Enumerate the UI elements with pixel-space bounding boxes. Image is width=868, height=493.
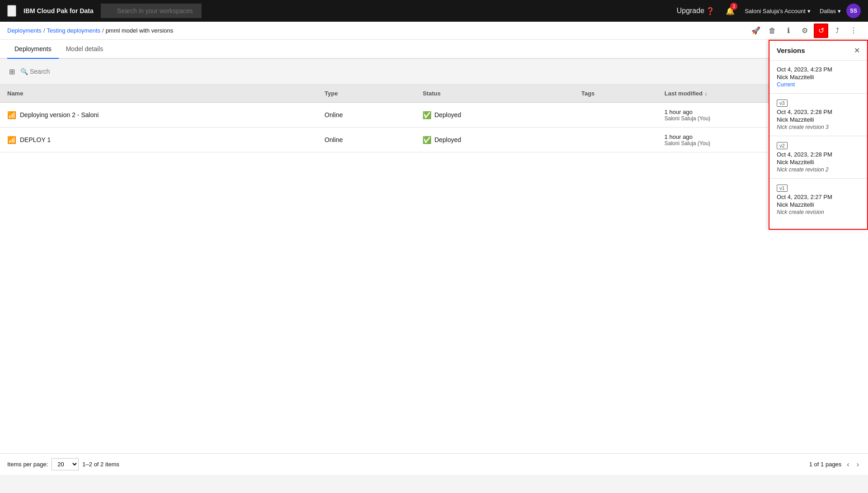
breadcrumb: Deployments / Testing deployments / pmml…	[7, 27, 749, 34]
col-header-tags: Tags	[574, 85, 657, 103]
row-status: ✅ Deployed	[415, 128, 574, 152]
share-icon-button[interactable]: ⤴	[830, 24, 845, 38]
row-name: 📶 Deploying version 2 - Saloni	[0, 103, 317, 128]
account-button[interactable]: Saloni Saluja's Account ▾	[741, 0, 814, 22]
breadcrumb-current: pmml model with versions	[106, 27, 174, 34]
tab-model-details[interactable]: Model details	[59, 40, 111, 59]
notification-badge: 3	[730, 3, 737, 10]
row-name: 📶 DEPLOY 1	[0, 128, 317, 152]
history-icon: ↺	[818, 26, 824, 35]
search-wrapper: 🔍	[101, 4, 354, 18]
pagination-right: 1 of 1 pages ‹ ›	[809, 459, 861, 470]
filter-button[interactable]: ⊞	[7, 66, 17, 78]
version-item-current[interactable]: Oct 4, 2023, 4:23 PM Nick Mazzitelli Cur…	[769, 61, 867, 94]
status-dot: ✅	[422, 136, 432, 144]
table-area: Name Type Status Tags Last modified	[0, 85, 868, 453]
items-per-page-select[interactable]: 20 50 100	[52, 458, 79, 470]
versions-panel: Versions ✕ Oct 4, 2023, 4:23 PM Nick Maz…	[769, 40, 868, 230]
info-icon: ℹ	[787, 26, 790, 35]
prev-page-button[interactable]: ‹	[845, 459, 851, 470]
breadcrumb-deployments[interactable]: Deployments	[7, 27, 42, 34]
version-item-v1[interactable]: v1 Oct 4, 2023, 2:27 PM Nick Mazzitelli …	[769, 179, 867, 221]
deploy-icon: 🚀	[751, 26, 760, 35]
col-header-name: Name	[0, 85, 317, 103]
top-nav-right: Upgrade ❓ 🔔 3 Saloni Saluja's Account ▾ …	[681, 0, 861, 22]
global-search-input[interactable]	[101, 4, 202, 18]
online-icon: 📶	[7, 111, 16, 119]
region-button[interactable]: Dallas ▾	[816, 0, 845, 22]
version-item-v3[interactable]: v3 Oct 4, 2023, 2:28 PM Nick Mazzitelli …	[769, 94, 867, 136]
help-icon-button[interactable]: ❓	[701, 0, 719, 22]
app-brand: IBM Cloud Pak for Data	[23, 7, 94, 14]
breadcrumb-sep: /	[43, 27, 45, 34]
row-type: Online	[317, 128, 415, 152]
items-per-page-label: Items per page:	[7, 461, 48, 468]
table-row: 📶 Deploying version 2 - Saloni Online ✅ …	[0, 103, 868, 128]
items-count: 1–2 of 2 items	[82, 461, 119, 468]
tabs-bar: Deployments Model details	[0, 40, 868, 59]
deploy-icon-button[interactable]: 🚀	[749, 24, 763, 38]
info-icon-button[interactable]: ℹ	[781, 24, 796, 38]
online-icon: 📶	[7, 136, 16, 144]
page-info: 1 of 1 pages	[809, 461, 842, 468]
filter-icon: ⊞	[9, 68, 15, 76]
chevron-down-icon: ▾	[838, 8, 841, 14]
share-icon: ⤴	[835, 27, 839, 35]
status-dot: ✅	[422, 111, 432, 119]
search-icon: 🔍	[20, 68, 28, 75]
versions-icon-button[interactable]: ↺	[814, 24, 828, 38]
page-toolbar: 🚀 🗑 ℹ ⚙ ↺ ⤴ ⋮	[749, 24, 861, 38]
trash-icon: 🗑	[769, 27, 776, 35]
notifications-button[interactable]: 🔔 3	[721, 0, 739, 22]
more-icon-button[interactable]: ⋮	[846, 24, 861, 38]
search-wrapper: 🔍	[20, 68, 84, 75]
chevron-down-icon: ▾	[807, 8, 811, 14]
versions-title: Versions	[777, 47, 805, 54]
pagination-bar: Items per page: 20 50 100 1–2 of 2 items…	[0, 453, 868, 475]
versions-close-button[interactable]: ✕	[854, 46, 860, 55]
versions-header: Versions ✕	[769, 41, 867, 61]
next-page-button[interactable]: ›	[855, 459, 861, 470]
top-navigation: ☰ IBM Cloud Pak for Data 🔍 Upgrade ❓ 🔔 3…	[0, 0, 868, 22]
row-type: Online	[317, 103, 415, 128]
settings-icon: ⚙	[802, 26, 808, 35]
table-toolbar: ⊞ 🔍 ↻ New deployment ➤	[0, 59, 868, 85]
table-row: 📶 DEPLOY 1 Online ✅ Deployed 1 hour ago	[0, 128, 868, 152]
toolbar-left: ⊞ 🔍	[7, 66, 770, 78]
delete-icon-button[interactable]: 🗑	[765, 24, 779, 38]
pagination-left: Items per page: 20 50 100 1–2 of 2 items	[7, 458, 119, 470]
hamburger-menu[interactable]: ☰	[7, 5, 16, 17]
settings-icon-button[interactable]: ⚙	[798, 24, 812, 38]
main-content: ⊞ 🔍 ↻ New deployment ➤ Name Ty	[0, 59, 868, 453]
row-status: ✅ Deployed	[415, 103, 574, 128]
more-icon: ⋮	[850, 26, 857, 35]
help-icon: ❓	[706, 7, 715, 15]
tab-deployments[interactable]: Deployments	[7, 40, 59, 59]
version-item-v2[interactable]: v2 Oct 4, 2023, 2:28 PM Nick Mazzitelli …	[769, 136, 867, 179]
avatar: SS	[846, 4, 861, 18]
row-tags	[574, 103, 657, 128]
upgrade-button[interactable]: Upgrade	[681, 0, 699, 22]
deployments-table: Name Type Status Tags Last modified	[0, 85, 868, 152]
breadcrumb-sep-2: /	[102, 27, 104, 34]
breadcrumb-bar: Deployments / Testing deployments / pmml…	[0, 22, 868, 40]
col-header-status: Status	[415, 85, 574, 103]
breadcrumb-testing-deployments[interactable]: Testing deployments	[47, 27, 101, 34]
sort-icon: ↓	[704, 90, 707, 97]
table-search-input[interactable]	[30, 68, 84, 75]
col-header-type: Type	[317, 85, 415, 103]
row-tags	[574, 128, 657, 152]
